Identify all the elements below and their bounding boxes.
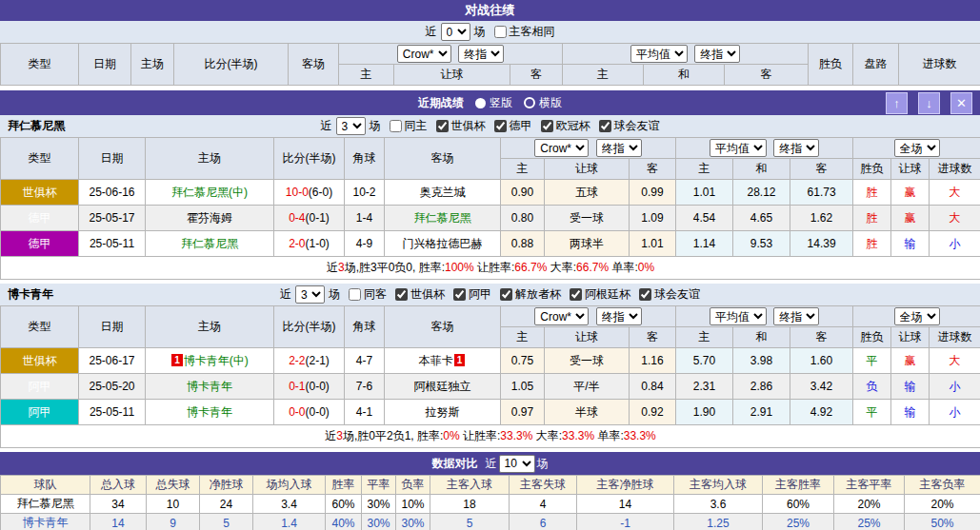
avg-home: 1.90 [676, 400, 733, 425]
away-team: 门兴格拉德巴赫 [385, 231, 501, 257]
near-label: 近 [486, 456, 497, 472]
corner-score: 4-7 [345, 348, 385, 374]
team2-final-odds-select2[interactable]: 终指 [773, 307, 819, 325]
col-venue-loss-rate: 主客负率 [905, 476, 980, 495]
team1-near-select[interactable]: 3 [336, 117, 366, 135]
team2-filter-primera-checkbox[interactable] [453, 288, 466, 301]
team2-filter-worldclubcup-checkbox[interactable] [395, 288, 408, 301]
match-row: 世俱杯 25-06-17 1博卡青年(中) 2-2(2-1) 4-7 本菲卡1 … [1, 348, 980, 374]
corner-score: 4-1 [345, 400, 385, 425]
matches-label: 场 [537, 456, 549, 472]
score: 10-0(6-0) [274, 180, 345, 206]
final-odds-select2[interactable]: 终指 [694, 45, 740, 63]
team1-filter-bundesliga-checkbox[interactable] [494, 120, 507, 132]
same-venue-checkbox[interactable] [494, 26, 507, 38]
team2-average-select[interactable]: 平均值 [710, 307, 767, 325]
team1-average-select[interactable]: 平均值 [710, 139, 767, 157]
compare-near-select[interactable]: 10 [499, 455, 535, 473]
avg-away: 4.92 [790, 400, 853, 425]
col-home-odds: 主 [501, 159, 545, 180]
compare-header-row: 球队 总入球 总失球 净胜球 场均入球 胜率 平率 负率 主客入球 主客失球 主… [1, 476, 980, 495]
filter-label: 德甲 [510, 118, 532, 134]
avg-away: 1.60 [790, 348, 853, 374]
average-select-group: 平均值 终指 [676, 306, 853, 327]
h2h-title: 对战往绩 [466, 2, 515, 19]
col-team: 球队 [1, 476, 90, 495]
bookie-select-group: Crow* 终指 [339, 44, 563, 65]
stat-value: 40% [326, 514, 362, 530]
team1-filter-friendly-checkbox[interactable] [599, 120, 611, 132]
filter-label: 世俱杯 [410, 286, 445, 303]
final-odds-select[interactable]: 终指 [458, 45, 504, 63]
compare-title: 数据对比 [432, 456, 478, 472]
close-button[interactable]: ✕ [950, 92, 972, 114]
league-badge: 阿甲 [1, 400, 79, 425]
bookie-select[interactable]: Crow* [397, 45, 451, 63]
league-badge: 德甲 [1, 206, 79, 231]
team2-bookie-select[interactable]: Crow* [534, 307, 589, 325]
filter-label: 世俱杯 [451, 118, 486, 134]
home-team: 拜仁慕尼黑 [146, 231, 274, 257]
col-win-rate: 胜率 [326, 476, 362, 495]
col-avg-away: 客 [725, 65, 809, 86]
team1-final-odds-select[interactable]: 终指 [596, 139, 642, 157]
layout-radio-vertical[interactable] [475, 98, 486, 108]
goals-result: 大 [930, 348, 980, 374]
team1-final-odds-select2[interactable]: 终指 [773, 139, 819, 157]
team1-bookie-select[interactable]: Crow* [534, 139, 589, 157]
team1-scope-select[interactable]: 全场 [894, 139, 940, 157]
corner-score: 10-2 [345, 180, 385, 206]
up-arrow-icon: ↑ [893, 96, 900, 110]
stat-value: 6 [510, 514, 577, 530]
away-odds: 0.84 [630, 374, 676, 400]
stat-value: 30% [396, 514, 430, 530]
col-goals: 进球数 [930, 159, 980, 180]
team1-same-home-checkbox[interactable] [390, 120, 402, 132]
bookie-select-group: Crow* 终指 [501, 306, 676, 327]
team2-same-away-checkbox[interactable] [349, 288, 361, 301]
recent-title: 近期战绩 [418, 95, 464, 111]
move-up-button[interactable]: ↑ [886, 92, 908, 114]
team2-filter-copaargentina-checkbox[interactable] [570, 288, 582, 301]
team2-same-away-label: 同客 [364, 286, 387, 303]
away-team: 拉努斯 [385, 400, 501, 425]
team1-filter-championsleague-checkbox[interactable] [541, 120, 553, 132]
filter-label: 阿根廷杯 [585, 286, 630, 303]
stat-value: 1.4 [253, 514, 326, 530]
league-badge: 世俱杯 [1, 348, 79, 374]
bookie-select-group: Crow* 终指 [501, 138, 676, 159]
near-label: 近 [426, 24, 437, 40]
team2-filter-libertadores-checkbox[interactable] [500, 288, 512, 301]
close-icon: ✕ [956, 96, 967, 110]
h2h-near-select[interactable]: 0 [441, 23, 470, 41]
compare-title-bar: 数据对比 近 10 场 [0, 452, 980, 475]
matches-label: 场 [370, 118, 381, 134]
handicap-result: 赢 [891, 180, 930, 206]
handicap: 半球 [545, 400, 630, 425]
result: 胜 [853, 231, 891, 257]
team2-near-select[interactable]: 3 [295, 285, 325, 304]
away-odds: 1.09 [630, 206, 676, 231]
col-home-odds: 主 [339, 65, 394, 86]
matches-label: 场 [474, 24, 486, 40]
team1-filter-worldclubcup-checkbox[interactable] [436, 120, 449, 132]
layout-radio-horizontal[interactable] [524, 97, 535, 108]
col-home: 主场 [146, 138, 274, 180]
layout-vertical-label: 竖版 [490, 95, 512, 111]
layout-horizontal-label: 横版 [539, 95, 562, 111]
stat-value: 24 [200, 495, 253, 514]
col-handicap-result: 让球 [891, 327, 930, 348]
team2-scope-select[interactable]: 全场 [894, 307, 940, 325]
goals-result: 小 [930, 400, 980, 425]
average-select[interactable]: 平均值 [630, 45, 688, 63]
team1-summary: 近3场,胜3平0负0, 胜率:100% 让胜率:66.7% 大率:66.7% 单… [1, 257, 980, 280]
col-handicap: 让球 [394, 65, 510, 86]
match-row: 阿甲 25-05-20 博卡青年 0-1(0-0) 7-6 阿根廷独立 1.05… [1, 374, 980, 400]
team2-filter-friendly-checkbox[interactable] [639, 288, 651, 301]
col-loss-rate: 负率 [396, 476, 430, 495]
team-name: 博卡青年 [1, 514, 90, 530]
stat-value: 34 [90, 495, 147, 514]
move-down-button[interactable]: ↓ [918, 92, 940, 114]
handicap-result: 输 [891, 231, 930, 257]
team2-final-odds-select[interactable]: 终指 [596, 307, 642, 325]
